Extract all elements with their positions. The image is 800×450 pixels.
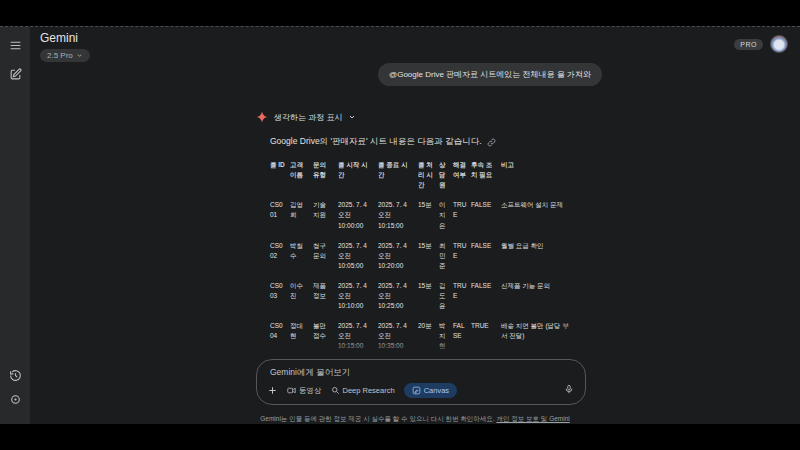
source-link-icon[interactable] [487, 138, 496, 147]
user-message-bubble: @Google Drive 판매자료 시트에있는 전체내용 을 가져와 [378, 63, 602, 86]
table-cell: 제품 정보 [313, 276, 338, 316]
table-cell: 월별 요금 확인 [501, 236, 574, 276]
table-cell: 박철수 [290, 236, 313, 276]
table-cell: 정대현 [290, 316, 313, 356]
tool-video-label: 동영상 [299, 386, 322, 396]
table-cell: CS003 [270, 276, 290, 316]
tool-canvas-label: Canvas [424, 386, 449, 395]
table-cell: 이수진 [290, 276, 313, 316]
table-cell: 2025. 7. 4 오전 10:00:00 [338, 195, 378, 235]
privacy-link[interactable]: 개인 정보 보호 및 Gemini [496, 415, 569, 422]
history-icon[interactable] [9, 369, 22, 382]
response-intro-text: Google Drive의 '판매자료' 시트 내용은 다음과 같습니다. [270, 136, 482, 148]
table-cell: 15분 [418, 276, 439, 316]
composer-tools: 동영상 Deep Research Canvas [267, 383, 457, 398]
table-cell: FALSE [453, 316, 471, 356]
table-cell: 김영희 [290, 195, 313, 235]
sales-table: 콜 ID고객 이름문의 유형콜 시작 시간콜 종료 시간콜 처리 시간상담원해결… [270, 155, 574, 359]
settings-icon[interactable] [9, 393, 22, 406]
table-cell: 15분 [418, 195, 439, 235]
table-body: CS001김영희기술 지원2025. 7. 4 오전 10:00:002025.… [270, 195, 574, 359]
microphone-icon[interactable] [564, 383, 574, 396]
table-cell: CS001 [270, 195, 290, 235]
sidebar [0, 27, 30, 424]
table-cell: 소프트웨어 설치 문제 [501, 195, 574, 235]
tool-canvas-chip[interactable]: Canvas [404, 383, 457, 398]
table-cell: CS004 [270, 316, 290, 356]
table-cell: 불만 접수 [313, 316, 338, 356]
column-header: 콜 시작 시간 [338, 155, 378, 195]
table-cell: 최민준 [439, 236, 453, 276]
chat-area: @Google Drive 판매자료 시트에있는 전체내용 을 가져와 생각하는… [256, 63, 602, 359]
table-cell: 기술 지원 [313, 195, 338, 235]
table-cell: 2025. 7. 4 오전 10:15:00 [378, 195, 418, 235]
table-cell: 신제품 기능 문의 [501, 276, 574, 316]
new-chat-icon[interactable] [9, 68, 22, 81]
search-icon [331, 386, 340, 395]
column-header: 상담원 [439, 155, 453, 195]
column-header: 후속 조치 필요 [471, 155, 501, 195]
table-cell: 2025. 7. 4 오전 10:20:00 [378, 236, 418, 276]
table-row: CS001김영희기술 지원2025. 7. 4 오전 10:00:002025.… [270, 195, 574, 235]
table-cell: CS002 [270, 236, 290, 276]
gemini-sparkle-icon [256, 111, 268, 123]
table-cell: 이지은 [439, 195, 453, 235]
table-cell: 배송 지연 불만 (담당 부서 전달) [501, 316, 574, 356]
table-cell: FALSE [471, 276, 501, 316]
table-cell: TRUE [453, 195, 471, 235]
column-header: 고객 이름 [290, 155, 313, 195]
avatar[interactable] [770, 35, 788, 53]
thinking-toggle-label: 생각하는 과정 표시 [274, 112, 342, 123]
model-label: 2.5 Pro [47, 51, 73, 60]
chevron-down-icon [348, 113, 356, 121]
tool-deep-research-label: Deep Research [343, 386, 395, 395]
composer: 동영상 Deep Research Canvas [256, 359, 586, 405]
column-header: 콜 ID [270, 155, 290, 195]
canvas-icon [412, 386, 421, 395]
column-header: 해결 여부 [453, 155, 471, 195]
table-cell: 2025. 7. 4 오전 10:35:00 [378, 316, 418, 356]
table-cell: FALSE [471, 236, 501, 276]
pro-badge[interactable]: PRO [734, 39, 763, 50]
table-cell: 청구 문의 [313, 236, 338, 276]
table-row: CS003이수진제품 정보2025. 7. 4 오전 10:10:002025.… [270, 276, 574, 316]
table-cell: 박지현 [439, 316, 453, 356]
gemini-app-window: Gemini 2.5 Pro PRO @Google Drive 판매자료 시트… [0, 26, 800, 424]
column-header: 비고 [501, 155, 574, 195]
table-row: CS004정대현불만 접수2025. 7. 4 오전 10:15:002025.… [270, 316, 574, 356]
model-selector[interactable]: 2.5 Pro [40, 49, 90, 62]
app-title: Gemini [40, 31, 78, 45]
column-header: 콜 처리 시간 [418, 155, 439, 195]
table-cell: 2025. 7. 4 오전 10:25:00 [378, 276, 418, 316]
table-cell: 2025. 7. 4 오전 10:05:00 [338, 236, 378, 276]
prompt-input[interactable] [270, 367, 520, 377]
account-area: PRO [734, 35, 788, 53]
table-cell: 2025. 7. 4 오전 10:15:00 [338, 316, 378, 356]
disclaimer-text: Gemini는 인물 등에 관한 정보 제공 시 실수를 할 수 있으니 다시 … [260, 415, 494, 422]
response-intro: Google Drive의 '판매자료' 시트 내용은 다음과 같습니다. [270, 136, 602, 148]
video-icon [287, 386, 296, 395]
chevron-down-icon [76, 52, 83, 59]
tool-video-chip[interactable]: 동영상 [287, 386, 322, 396]
table-cell: TRUE [453, 236, 471, 276]
menu-icon[interactable] [9, 39, 22, 52]
column-header: 콜 종료 시간 [378, 155, 418, 195]
table-cell: FALSE [471, 195, 501, 235]
table-cell: 20분 [418, 316, 439, 356]
main-area: Gemini 2.5 Pro PRO @Google Drive 판매자료 시트… [30, 27, 800, 424]
table-cell: TRUE [453, 276, 471, 316]
tool-deep-research-chip[interactable]: Deep Research [331, 386, 395, 395]
thinking-toggle[interactable]: 생각하는 과정 표시 [256, 111, 602, 123]
column-header: 문의 유형 [313, 155, 338, 195]
footer-disclaimer: Gemini는 인물 등에 관한 정보 제공 시 실수를 할 수 있으니 다시 … [30, 415, 800, 424]
table-cell: 15분 [418, 236, 439, 276]
table-cell: TRUE [471, 316, 501, 356]
table-header-row: 콜 ID고객 이름문의 유형콜 시작 시간콜 종료 시간콜 처리 시간상담원해결… [270, 155, 574, 195]
table-row: CS002박철수청구 문의2025. 7. 4 오전 10:05:002025.… [270, 236, 574, 276]
table-cell: 2025. 7. 4 오전 10:10:00 [338, 276, 378, 316]
add-attachment-icon[interactable] [267, 385, 278, 396]
sales-table-wrap: 콜 ID고객 이름문의 유형콜 시작 시간콜 종료 시간콜 처리 시간상담원해결… [270, 155, 602, 359]
table-cell: 김도윤 [439, 276, 453, 316]
